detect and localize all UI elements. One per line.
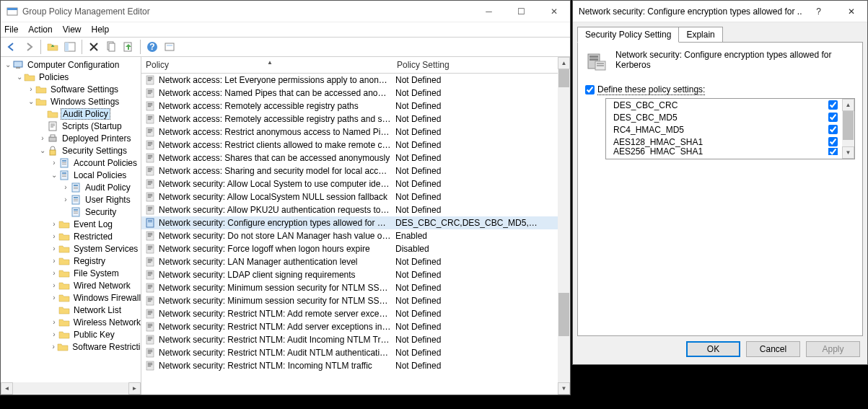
- forward-button[interactable]: [21, 39, 37, 55]
- list-vscrollbar[interactable]: ▲ ▼: [558, 57, 570, 395]
- policy-row[interactable]: Network security: Allow LocalSystem NULL…: [141, 190, 558, 203]
- policy-row[interactable]: Network security: Restrict NTLM: Add rem…: [141, 307, 558, 320]
- tree-item[interactable]: ›Software Restriction: [1, 340, 141, 353]
- expand-icon[interactable]: ›: [50, 294, 58, 302]
- tree-item[interactable]: Security: [1, 206, 141, 218]
- scroll-down-button[interactable]: ▼: [842, 146, 854, 159]
- tree-item[interactable]: ⌄Windows Settings: [1, 95, 141, 107]
- tree-item[interactable]: ›Restricted: [1, 230, 141, 242]
- filter-button[interactable]: [162, 39, 177, 55]
- policy-row[interactable]: Network security: Restrict NTLM: Audit I…: [141, 333, 558, 346]
- tree-item[interactable]: Network List: [1, 304, 141, 316]
- scrollbar-thumb[interactable]: [558, 69, 569, 87]
- scrollbar-thumb[interactable]: [558, 293, 569, 336]
- expand-icon[interactable]: ›: [27, 85, 35, 93]
- scroll-right-button[interactable]: ►: [128, 382, 141, 395]
- policy-row[interactable]: Network security: Configure encryption t…: [141, 216, 558, 229]
- policy-row[interactable]: Network security: Allow Local System to …: [141, 177, 558, 190]
- show-hide-button[interactable]: [62, 39, 78, 55]
- tree-item[interactable]: ›Registry: [1, 255, 141, 267]
- expand-icon[interactable]: ›: [50, 318, 58, 326]
- setting-column-header[interactable]: Policy Setting: [393, 60, 454, 70]
- menu-action[interactable]: Action: [28, 25, 52, 35]
- ok-button[interactable]: OK: [686, 341, 740, 357]
- enc-type-item[interactable]: AES128_HMAC_SHA1: [606, 136, 842, 148]
- menu-view[interactable]: View: [63, 25, 82, 35]
- dialog-titlebar[interactable]: Network security: Configure encryption t…: [573, 1, 867, 22]
- scroll-left-button[interactable]: ◄: [1, 382, 13, 395]
- expand-icon[interactable]: ›: [50, 245, 58, 252]
- tree-item[interactable]: Scripts (Startup: [1, 120, 141, 132]
- expand-icon[interactable]: ›: [50, 330, 58, 338]
- menu-help[interactable]: Help: [92, 25, 110, 35]
- expand-icon[interactable]: ⌄: [50, 171, 58, 179]
- tree-item[interactable]: ›Event Log: [1, 218, 141, 230]
- tree-item[interactable]: ›Wired Network: [1, 279, 141, 291]
- enc-type-item[interactable]: DES_CBC_CRC: [606, 99, 842, 111]
- maximize-button[interactable]: ☐: [505, 1, 538, 22]
- tree-item[interactable]: ›User Rights: [1, 193, 141, 206]
- menu-file[interactable]: File: [4, 25, 18, 35]
- properties-button[interactable]: [103, 39, 119, 55]
- enc-type-item[interactable]: DES_CBC_MD5: [606, 111, 842, 123]
- enc-type-checkbox[interactable]: [828, 137, 838, 146]
- close-button[interactable]: ✕: [538, 1, 570, 22]
- expand-icon[interactable]: ›: [50, 159, 58, 167]
- enc-type-checkbox[interactable]: [828, 125, 838, 134]
- delete-button[interactable]: [86, 39, 102, 55]
- tree-item[interactable]: ⌄Security Settings: [1, 144, 141, 157]
- enc-type-checkbox[interactable]: [828, 148, 838, 155]
- tree-item[interactable]: ›Wireless Network: [1, 316, 141, 328]
- policy-row[interactable]: Network security: Allow PKU2U authentica…: [141, 203, 558, 216]
- titlebar[interactable]: Group Policy Management Editor ─ ☐ ✕: [1, 1, 570, 22]
- policy-row[interactable]: Network security: Do not store LAN Manag…: [141, 229, 558, 242]
- define-checkbox[interactable]: [585, 85, 595, 94]
- scrollbar-thumb[interactable]: [843, 111, 854, 140]
- enc-type-item[interactable]: AES256_HMAC_SHA1: [606, 148, 842, 155]
- policy-row[interactable]: Network access: Named Pipes that can be …: [141, 87, 558, 100]
- tree-item[interactable]: ›System Services: [1, 242, 141, 255]
- tab-explain[interactable]: Explain: [678, 27, 722, 43]
- expand-icon[interactable]: ›: [50, 257, 58, 265]
- tree-hscrollbar[interactable]: ◄ ►: [1, 382, 141, 395]
- expand-icon[interactable]: ›: [50, 281, 58, 289]
- policy-row[interactable]: Network security: Minimum session securi…: [141, 281, 558, 294]
- dialog-help-button[interactable]: ?: [802, 1, 835, 22]
- tree-item[interactable]: ⌄Policies: [1, 71, 141, 83]
- expand-icon[interactable]: ›: [50, 232, 58, 240]
- policy-row[interactable]: Network security: Restrict NTLM: Add ser…: [141, 320, 558, 333]
- tree-item[interactable]: ⌄Local Policies: [1, 169, 141, 181]
- back-button[interactable]: [4, 39, 19, 55]
- policy-row[interactable]: Network access: Restrict anonymous acces…: [141, 126, 558, 138]
- policy-row[interactable]: Network security: Restrict NTLM: Incomin…: [141, 359, 558, 372]
- policy-row[interactable]: Network access: Shares that can be acces…: [141, 151, 558, 164]
- expand-icon[interactable]: ›: [50, 343, 57, 351]
- expand-icon[interactable]: ⌄: [4, 61, 12, 69]
- enc-type-checkbox[interactable]: [828, 100, 838, 110]
- policy-row[interactable]: Network security: Minimum session securi…: [141, 294, 558, 307]
- policy-row[interactable]: Network security: Force logoff when logo…: [141, 242, 558, 255]
- cancel-button[interactable]: Cancel: [746, 341, 800, 357]
- scroll-up-button[interactable]: ▲: [558, 57, 570, 69]
- policy-row[interactable]: Network security: Restrict NTLM: Audit N…: [141, 346, 558, 359]
- tree-item[interactable]: ›Audit Policy: [1, 181, 141, 193]
- policy-row[interactable]: Network access: Remotely accessible regi…: [141, 100, 558, 113]
- apply-button[interactable]: Apply: [806, 341, 860, 357]
- enc-vscrollbar[interactable]: ▲ ▼: [842, 99, 854, 159]
- minimize-button[interactable]: ─: [473, 1, 505, 22]
- policy-row[interactable]: Network security: LDAP client signing re…: [141, 268, 558, 281]
- enc-type-checkbox[interactable]: [828, 113, 838, 122]
- dialog-close-button[interactable]: ✕: [835, 1, 867, 22]
- tree-item[interactable]: ›Software Settings: [1, 83, 141, 95]
- tree-item[interactable]: ›Deployed Printers: [1, 132, 141, 144]
- tree-item[interactable]: Audit Policy: [1, 107, 141, 120]
- scroll-up-button[interactable]: ▲: [842, 99, 854, 111]
- expand-icon[interactable]: ›: [61, 195, 70, 203]
- tree-item[interactable]: ›Windows Firewall: [1, 291, 141, 304]
- enc-type-item[interactable]: RC4_HMAC_MD5: [606, 123, 842, 136]
- export-button[interactable]: [120, 39, 136, 55]
- expand-icon[interactable]: ›: [38, 134, 47, 142]
- policy-row[interactable]: Network access: Restrict clients allowed…: [141, 138, 558, 151]
- scroll-down-button[interactable]: ▼: [558, 382, 570, 395]
- expand-icon[interactable]: ⌄: [38, 146, 47, 154]
